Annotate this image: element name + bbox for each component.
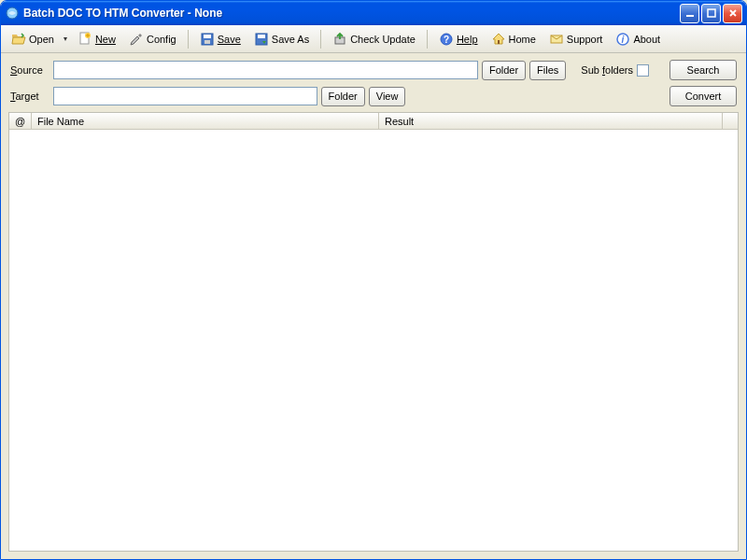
col-filename-header[interactable]: File Name	[32, 113, 379, 129]
subfolders-checkbox[interactable]	[637, 64, 649, 77]
config-icon	[129, 32, 144, 47]
help-label: Help	[457, 34, 478, 45]
subfolders-label: Sub folders	[581, 64, 633, 76]
svg-text:?: ?	[444, 35, 449, 45]
source-row: Source Folder Files Sub folders Search	[10, 60, 737, 80]
svg-rect-2	[708, 9, 715, 17]
table-header: @ File Name Result	[9, 113, 738, 130]
folder-open-icon	[11, 32, 26, 47]
path-area: Source Folder Files Sub folders Search T…	[1, 53, 746, 112]
search-button[interactable]: Search	[669, 60, 737, 80]
svg-rect-9	[258, 35, 265, 38]
close-button[interactable]	[723, 4, 742, 23]
target-input[interactable]	[53, 87, 317, 105]
toolbar-separator	[320, 30, 321, 49]
svg-rect-13	[498, 40, 500, 44]
source-folder-button[interactable]: Folder	[482, 61, 526, 80]
support-label: Support	[567, 34, 603, 45]
svg-rect-6	[204, 35, 211, 38]
titlebar: Batch DOC TO HTM Converter - None	[1, 1, 746, 25]
target-row: Target Folder View Convert	[10, 86, 737, 106]
col-result-header[interactable]: Result	[379, 113, 723, 129]
toolbar-separator	[427, 30, 428, 49]
target-label: Target	[10, 91, 49, 102]
support-icon	[549, 32, 564, 47]
toolbar: Open ▾ New Config Save Save As	[1, 25, 746, 53]
target-view-button[interactable]: View	[369, 87, 406, 106]
new-label: New	[95, 34, 116, 45]
col-at-header[interactable]: @	[9, 113, 32, 129]
new-button[interactable]: New	[73, 29, 120, 49]
help-icon: ?	[439, 32, 454, 47]
save-label: Save	[218, 34, 241, 45]
saveas-button[interactable]: Save As	[249, 29, 314, 49]
table-body[interactable]	[9, 130, 738, 551]
source-label: Source	[10, 64, 49, 76]
info-icon: i	[615, 32, 630, 47]
source-files-button[interactable]: Files	[529, 61, 566, 80]
open-label: Open	[29, 34, 54, 45]
open-dropdown-arrow[interactable]: ▾	[63, 35, 69, 43]
app-icon	[5, 6, 20, 21]
checkupdate-button[interactable]: Check Update	[328, 29, 420, 49]
minimize-button[interactable]	[680, 4, 699, 23]
saveas-icon	[254, 32, 269, 47]
about-button[interactable]: i About	[611, 29, 665, 49]
target-folder-button[interactable]: Folder	[321, 87, 365, 106]
convert-button[interactable]: Convert	[669, 86, 737, 106]
col-scroll-spacer	[723, 113, 738, 129]
open-button[interactable]: Open	[7, 29, 59, 49]
svg-rect-1	[686, 15, 694, 17]
config-button[interactable]: Config	[124, 29, 181, 49]
saveas-label: Save As	[272, 34, 309, 45]
window-title: Batch DOC TO HTM Converter - None	[23, 7, 680, 20]
checkupdate-label: Check Update	[350, 34, 416, 45]
window-buttons	[680, 4, 742, 23]
home-button[interactable]: Home	[486, 29, 541, 49]
support-button[interactable]: Support	[544, 29, 608, 49]
toolbar-separator	[188, 30, 189, 49]
home-label: Home	[509, 34, 536, 45]
about-label: About	[633, 34, 660, 45]
save-button[interactable]: Save	[195, 29, 246, 49]
file-list-panel: @ File Name Result	[8, 112, 739, 552]
app-window: Batch DOC TO HTM Converter - None Open ▾	[0, 0, 747, 560]
svg-text:i: i	[622, 35, 625, 45]
save-icon	[200, 32, 215, 47]
update-icon	[332, 32, 347, 47]
help-button[interactable]: ? Help	[434, 29, 483, 49]
source-input[interactable]	[53, 61, 478, 79]
config-label: Config	[147, 34, 176, 45]
new-file-icon	[78, 32, 92, 47]
maximize-button[interactable]	[701, 4, 721, 23]
svg-rect-7	[204, 40, 210, 44]
home-icon	[491, 32, 506, 47]
